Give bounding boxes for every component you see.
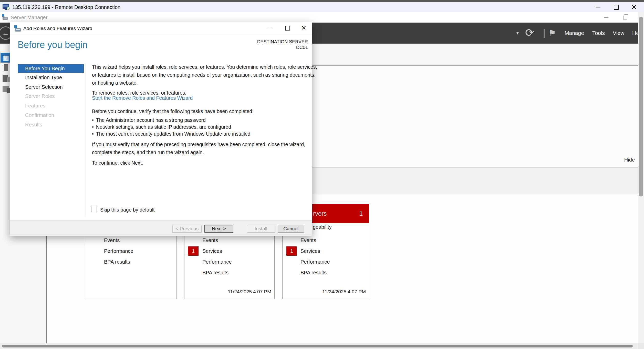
wizard-nav-installation-type[interactable]: Installation Type <box>25 75 62 81</box>
menu-view[interactable]: View <box>613 23 624 44</box>
tile-row-services[interactable]: Services <box>202 248 222 254</box>
scrollbar-corner <box>638 343 644 349</box>
tile-row-services[interactable]: Services <box>300 248 320 254</box>
rdp-maximize-button[interactable] <box>610 2 622 12</box>
notifications-caret-icon[interactable]: ▾ <box>516 23 519 44</box>
install-button: Install <box>247 225 275 233</box>
hide-link[interactable]: Hide <box>617 157 635 163</box>
bullet-item: • Network settings, such as static IP ad… <box>92 124 317 130</box>
wizard-titlebar: Add Roles and Features Wizard ✕ <box>10 22 312 35</box>
bullet-icon: • <box>92 131 94 137</box>
tile-timestamp: 11/24/2025 4:07 PM <box>322 289 366 295</box>
tile-row-manageability-fragment[interactable]: geability <box>313 224 331 230</box>
next-button[interactable]: Next > <box>204 225 233 233</box>
wizard-nav-confirmation: Confirmation <box>25 112 54 118</box>
tile-timestamp: 11/24/2025 4:07 PM <box>228 289 271 295</box>
bullet-text: The Administrator account has a strong p… <box>96 117 206 123</box>
cancel-button[interactable]: Cancel <box>278 225 304 233</box>
wizard-nav-divider <box>85 63 85 217</box>
server-manager-title: Server Manager <box>11 12 47 23</box>
server-manager-titlebar: Server Manager <box>0 12 638 23</box>
wizard-nav-features: Features <box>25 103 45 109</box>
tile-row-events[interactable]: Events <box>300 237 316 243</box>
services-alert-badge[interactable]: 1 <box>188 246 199 256</box>
bullet-item: • The Administrator account has a strong… <box>92 117 317 123</box>
wizard-nav-results: Results <box>25 122 42 128</box>
tile-row-bpa-results[interactable]: BPA results <box>300 270 327 276</box>
wizard-verify-intro-text: Before you continue, verify that the fol… <box>92 107 317 115</box>
destination-server-label: DESTINATION SERVER <box>257 39 308 45</box>
menu-manage[interactable]: Manage <box>565 23 584 44</box>
add-roles-features-wizard-dialog: Add Roles and Features Wizard ✕ Before y… <box>10 22 312 236</box>
notifications-flag-icon[interactable]: ⚑ <box>548 23 556 44</box>
tile-row-bpa-results[interactable]: BPA results <box>104 259 130 265</box>
wizard-footer: < Previous Next > Install Cancel <box>10 220 312 236</box>
services-alert-badge[interactable]: 1 <box>286 246 297 256</box>
remove-roles-wizard-link[interactable]: Start the Remove Roles and Features Wiza… <box>92 95 193 101</box>
tile-row-events[interactable]: Events <box>104 237 120 243</box>
rdp-window-title: 135.119.226.199 - Remote Desktop Connect… <box>12 2 120 12</box>
remote-desktop-window: 135.119.226.199 - Remote Desktop Connect… <box>0 0 644 349</box>
refresh-icon[interactable]: ⟳ <box>525 23 534 44</box>
rdp-top-edge <box>0 0 644 2</box>
skip-page-checkbox[interactable] <box>91 207 97 212</box>
bullet-item: • The most current security updates from… <box>92 131 317 137</box>
tile-row-events[interactable]: Events <box>202 237 218 243</box>
wizard-nav-server-roles: Server Roles <box>25 93 55 99</box>
rdp-icon <box>3 3 10 11</box>
menu-help[interactable]: He <box>632 23 638 44</box>
bullet-text: Network settings, such as static IP addr… <box>96 124 231 130</box>
bullet-text: The most current security updates from W… <box>96 131 251 137</box>
wizard-nav-before-you-begin[interactable]: Before You Begin <box>18 64 84 73</box>
tile-row-bpa-results[interactable]: BPA results <box>202 270 228 276</box>
servers-tile-count: 1 <box>359 204 363 223</box>
wizard-icon <box>14 25 21 32</box>
destination-server-block: DESTINATION SERVER DC01 <box>257 39 308 50</box>
bullet-icon: • <box>92 117 94 123</box>
wizard-intro-text: This wizard helps you install roles, rol… <box>92 63 317 87</box>
wizard-page-title: Before you begin <box>18 39 87 50</box>
servers-tile-title-fragment: rvers <box>313 204 327 223</box>
wizard-continue-text: To continue, click Next. <box>92 159 317 167</box>
toolbar-separator <box>544 29 545 38</box>
horizontal-scrollbar-thumb[interactable] <box>2 345 633 347</box>
menu-tools[interactable]: Tools <box>592 23 605 44</box>
vertical-scrollbar-thumb[interactable] <box>639 17 643 196</box>
wizard-close-button[interactable]: ✕ <box>297 22 310 34</box>
bullet-icon: • <box>92 124 94 130</box>
skip-page-checkbox-label: Skip this page by default <box>100 207 154 213</box>
server-manager-icon <box>2 14 8 21</box>
wizard-window-title: Add Roles and Features Wizard <box>23 22 92 35</box>
rdp-titlebar: 135.119.226.199 - Remote Desktop Connect… <box>0 2 644 12</box>
sidebar-item-local-server[interactable] <box>4 64 8 71</box>
rdp-close-button[interactable]: ✕ <box>628 2 640 12</box>
tile-row-performance[interactable]: Performance <box>300 259 330 265</box>
wizard-maximize-button[interactable] <box>281 22 294 34</box>
tile-row-performance[interactable]: Performance <box>202 259 232 265</box>
wizard-note-text: If you must verify that any of the prece… <box>92 141 317 156</box>
server-manager-restore-button[interactable] <box>619 12 631 23</box>
server-manager-minimize-button[interactable] <box>600 12 612 23</box>
destination-server-name: DC01 <box>257 45 308 50</box>
previous-button: < Previous <box>172 225 202 233</box>
wizard-minimize-button[interactable] <box>264 22 276 34</box>
wizard-nav-server-selection[interactable]: Server Selection <box>25 84 63 90</box>
rdp-minimize-button[interactable] <box>592 2 604 12</box>
tile-row-performance[interactable]: Performance <box>104 248 133 254</box>
